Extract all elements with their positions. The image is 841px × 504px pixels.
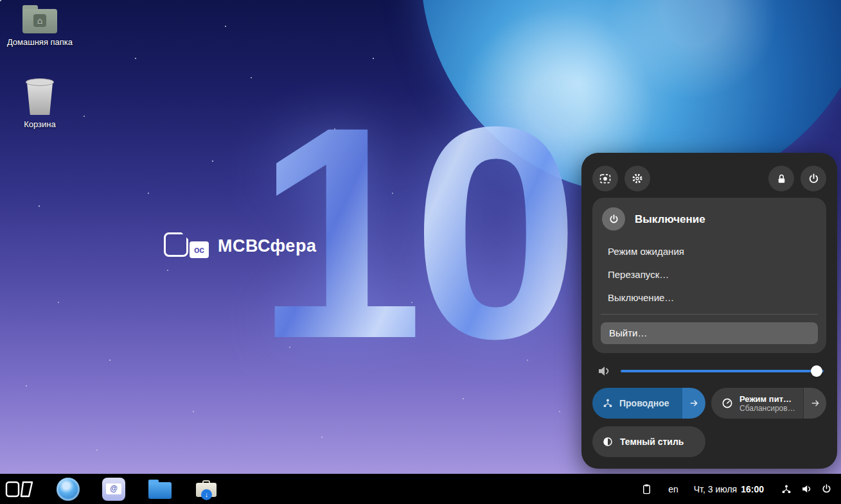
home-folder-icon: ⌂	[22, 5, 57, 33]
os-logo-badge: ос	[190, 241, 209, 258]
trash-icon	[25, 78, 55, 116]
power-mode-label: Режим пит…	[739, 394, 795, 404]
browser-app-icon[interactable]	[57, 478, 80, 501]
power-button[interactable]	[801, 166, 826, 191]
app-menu-button[interactable]	[5, 481, 36, 498]
power-menu-title: Выключение	[635, 213, 705, 226]
menu-item-poweroff[interactable]: Выключение…	[601, 286, 818, 309]
os-logo-icon: ос	[164, 232, 209, 259]
power-menu-header-circle	[602, 207, 625, 230]
clock[interactable]: Чт, 3 июля16:00	[694, 484, 764, 494]
volume-slider-knob[interactable]	[811, 365, 822, 377]
volume-slider[interactable]	[621, 363, 824, 379]
system-tray[interactable]	[781, 483, 832, 495]
clipboard-button[interactable]	[641, 483, 653, 495]
quick-toggles-row: Проводное Режим пит… Сбалансиров	[592, 388, 826, 419]
envelope-at-icon: @	[106, 483, 121, 494]
arrow-right-icon	[810, 398, 820, 408]
wired-network-icon	[602, 397, 614, 409]
house-icon: ⌂	[33, 14, 46, 27]
desktop-icon-home-folder[interactable]: ⌂ Домашняя папка	[0, 5, 80, 47]
power-icon	[808, 173, 820, 185]
gear-icon	[631, 172, 644, 185]
os-brand-name: МСВСфера	[218, 236, 316, 256]
menu-item-suspend[interactable]: Режим ожидания	[601, 240, 818, 263]
wired-toggle-label: Проводное	[619, 398, 669, 408]
keyboard-layout-indicator[interactable]: en	[668, 484, 678, 494]
arrow-right-icon	[689, 398, 699, 408]
trash-label: Корзина	[0, 119, 80, 129]
clock-time: 16:00	[741, 484, 764, 494]
dark-style-toggle[interactable]: Темный стиль	[592, 426, 705, 457]
menu-item-logout[interactable]: Выйти…	[601, 322, 818, 344]
screenshot-button[interactable]	[592, 166, 618, 191]
menu-divider	[601, 314, 818, 315]
power-profile-icon	[721, 397, 734, 410]
dark-style-icon	[602, 436, 614, 448]
volume-slider-track	[621, 370, 824, 372]
power-tray-icon[interactable]	[821, 483, 832, 494]
dark-style-label: Темный стиль	[620, 437, 684, 447]
software-app-icon[interactable]: ↓	[195, 479, 218, 500]
files-app-icon[interactable]	[148, 480, 172, 499]
clipboard-icon	[641, 483, 653, 495]
power-mode-toggle[interactable]: Режим пит… Сбалансиров…	[711, 388, 826, 419]
power-mode-sublabel: Сбалансиров…	[739, 404, 795, 413]
home-folder-label: Домашняя папка	[0, 37, 80, 47]
power-icon	[608, 214, 619, 225]
mail-app-icon[interactable]: @	[102, 478, 125, 501]
menu-item-restart[interactable]: Перезапуск…	[601, 263, 818, 286]
power-mode-expand[interactable]	[803, 388, 826, 419]
dark-style-row: Темный стиль	[592, 426, 705, 457]
volume-tray-icon[interactable]	[801, 483, 813, 495]
power-menu-card: Выключение Режим ожидания Перезапуск… Вы…	[592, 198, 826, 353]
download-badge-icon: ↓	[201, 489, 212, 500]
taskbar-right: en Чт, 3 июля16:00	[641, 483, 841, 495]
os-logo-outline-icon	[5, 481, 36, 498]
wired-network-toggle[interactable]: Проводное	[592, 388, 705, 419]
quick-settings-toprow	[592, 166, 826, 191]
clock-date: Чт, 3 июля	[694, 484, 737, 494]
screenshot-icon	[599, 172, 612, 185]
wired-toggle-expand[interactable]	[682, 388, 705, 419]
os-brand-logo: ос МСВСфера	[164, 232, 316, 259]
network-tray-icon[interactable]	[781, 483, 792, 495]
quick-settings-panel: Выключение Режим ожидания Перезапуск… Вы…	[581, 153, 837, 469]
lock-button[interactable]	[768, 166, 794, 191]
desktop-icon-trash[interactable]: Корзина	[0, 78, 80, 129]
taskbar: @ ↓ en Чт, 3 июля16:00	[0, 474, 841, 504]
speaker-icon	[596, 363, 612, 379]
settings-button[interactable]	[624, 166, 650, 191]
desktop: 10 ⌂ Домашняя папка Корзина ос МСВСфера	[0, 0, 841, 504]
lock-icon	[775, 173, 788, 185]
stars-decoration	[0, 0, 1, 1]
volume-row	[592, 363, 826, 379]
